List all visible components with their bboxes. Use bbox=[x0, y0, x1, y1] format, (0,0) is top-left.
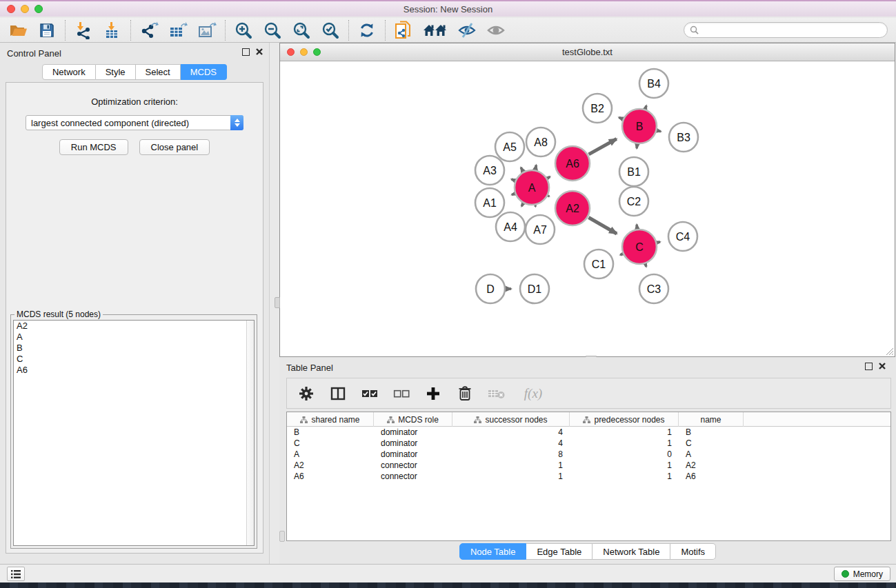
column-header-shared-name[interactable]: shared name bbox=[287, 412, 374, 427]
function-builder-button[interactable]: f(x) bbox=[519, 384, 548, 403]
search-field[interactable] bbox=[684, 22, 888, 38]
tab-node-table[interactable]: Node Table bbox=[459, 543, 527, 560]
panel-grip-handle[interactable] bbox=[279, 531, 285, 542]
show-all-button[interactable] bbox=[486, 21, 506, 40]
graph-edge-A-A8[interactable] bbox=[535, 165, 536, 169]
table-row[interactable]: A6connector11A6 bbox=[287, 471, 890, 482]
tab-edge-table[interactable]: Edge Table bbox=[526, 543, 593, 560]
graph-edge-B-B1[interactable] bbox=[637, 145, 637, 148]
graph-edge-A-A6[interactable] bbox=[548, 176, 550, 178]
show-columns-button[interactable] bbox=[328, 384, 348, 403]
column-header-mcds-role[interactable]: MCDS role bbox=[374, 412, 452, 427]
zoom-out-button[interactable] bbox=[263, 21, 282, 40]
table-cell[interactable]: B bbox=[679, 427, 744, 437]
graph-edge-A-A5[interactable] bbox=[521, 168, 523, 171]
network-canvas[interactable]: B4B2BB3A5A8A6B1A3AC2A1A2A4A7C4CC1C3DD1 bbox=[280, 62, 895, 356]
close-window-button[interactable] bbox=[7, 5, 15, 13]
table-cell[interactable]: 1 bbox=[570, 438, 679, 448]
table-cell[interactable]: 0 bbox=[570, 449, 679, 459]
graph-edge-C-C2[interactable] bbox=[637, 225, 637, 228]
import-network-button[interactable] bbox=[74, 21, 93, 40]
table-cell[interactable]: C bbox=[287, 438, 374, 448]
new-network-from-file-button[interactable] bbox=[394, 21, 413, 40]
mcds-result-item[interactable]: A2 bbox=[14, 321, 254, 332]
graph-edge-A-A3[interactable] bbox=[511, 179, 515, 181]
show-panel-list-button[interactable] bbox=[7, 567, 25, 581]
close-panel-button[interactable]: Close panel bbox=[139, 139, 210, 155]
tab-motifs[interactable]: Motifs bbox=[670, 543, 716, 560]
table-cell[interactable]: 4 bbox=[452, 427, 570, 437]
table-cell[interactable]: 4 bbox=[452, 438, 570, 448]
table-settings-button[interactable] bbox=[297, 384, 316, 403]
table-cell[interactable]: connector bbox=[374, 460, 452, 470]
search-input[interactable] bbox=[701, 26, 882, 35]
tab-style[interactable]: Style bbox=[96, 64, 136, 80]
table-cell[interactable]: dominator bbox=[374, 449, 452, 459]
minimize-window-button[interactable] bbox=[21, 5, 29, 13]
table-cell[interactable]: A bbox=[679, 449, 744, 459]
table-cell[interactable]: dominator bbox=[374, 438, 452, 448]
resize-grip-icon[interactable] bbox=[885, 347, 894, 356]
tab-mcds[interactable]: MCDS bbox=[181, 64, 227, 80]
graph-edge-B-B3[interactable] bbox=[657, 131, 661, 132]
zoom-in-button[interactable] bbox=[234, 21, 253, 40]
table-cell[interactable]: 1 bbox=[570, 427, 679, 437]
table-cell[interactable]: B bbox=[287, 427, 374, 437]
mcds-result-item[interactable]: A6 bbox=[14, 365, 254, 376]
export-network-button[interactable] bbox=[139, 21, 159, 40]
tab-network[interactable]: Network bbox=[42, 64, 96, 80]
zoom-fit-button[interactable] bbox=[292, 21, 311, 40]
mcds-result-list[interactable]: A2ABCA6 bbox=[13, 320, 255, 546]
tab-select[interactable]: Select bbox=[136, 64, 181, 80]
table-cell[interactable]: 1 bbox=[570, 460, 679, 470]
table-cell[interactable]: C bbox=[679, 438, 744, 448]
table-cell[interactable]: A2 bbox=[287, 460, 374, 470]
run-mcds-button[interactable]: Run MCDS bbox=[59, 139, 128, 155]
graph-edge-A-A4[interactable] bbox=[521, 204, 523, 206]
open-session-button[interactable] bbox=[8, 21, 28, 40]
graph-edge-C-C3[interactable] bbox=[646, 265, 646, 267]
delete-table-button[interactable] bbox=[487, 384, 506, 403]
node-table[interactable]: shared nameMCDS rolesuccessor nodesprede… bbox=[286, 412, 891, 541]
graph-edge-B-B4[interactable] bbox=[646, 105, 646, 108]
graph-edge-A-A1[interactable] bbox=[512, 194, 515, 194]
unselect-all-columns-button[interactable] bbox=[392, 384, 411, 403]
tab-network-table[interactable]: Network Table bbox=[593, 543, 670, 560]
refresh-button[interactable] bbox=[357, 21, 377, 40]
table-cell[interactable]: 8 bbox=[452, 449, 570, 459]
float-panel-icon[interactable] bbox=[242, 48, 250, 56]
float-panel-icon[interactable] bbox=[865, 363, 873, 370]
import-table-button[interactable] bbox=[103, 21, 122, 40]
table-cell[interactable]: A2 bbox=[679, 460, 744, 470]
graph-edge-B-B2[interactable] bbox=[619, 117, 622, 119]
hide-selected-button[interactable] bbox=[457, 21, 477, 40]
table-cell[interactable]: 1 bbox=[452, 460, 570, 470]
zoom-selected-button[interactable] bbox=[321, 21, 340, 40]
memory-button[interactable]: Memory bbox=[834, 567, 890, 581]
close-panel-icon[interactable] bbox=[255, 48, 263, 56]
graph-edge-A2-C[interactable] bbox=[588, 217, 617, 234]
table-cell[interactable]: dominator bbox=[374, 427, 452, 437]
panel-grip-handle[interactable] bbox=[275, 297, 280, 308]
first-neighbors-button[interactable] bbox=[423, 21, 448, 40]
network-close-button[interactable] bbox=[287, 48, 295, 56]
network-minimize-button[interactable] bbox=[300, 48, 308, 56]
graph-edge-C-C4[interactable] bbox=[657, 242, 660, 243]
export-image-button[interactable] bbox=[197, 21, 217, 40]
result-scrollbar[interactable] bbox=[246, 321, 254, 545]
table-cell[interactable]: connector bbox=[374, 472, 452, 481]
zoom-window-button[interactable] bbox=[34, 5, 43, 13]
mcds-result-item[interactable]: C bbox=[14, 354, 254, 365]
close-panel-icon[interactable] bbox=[878, 362, 886, 370]
mcds-result-item[interactable]: A bbox=[14, 332, 254, 343]
table-row[interactable]: A2connector11A2 bbox=[287, 460, 890, 471]
network-zoom-button[interactable] bbox=[313, 48, 321, 56]
column-header-successor-nodes[interactable]: successor nodes bbox=[452, 412, 570, 427]
criterion-select[interactable]: largest connected component (directed) bbox=[26, 115, 243, 130]
table-cell[interactable]: A bbox=[287, 449, 374, 459]
table-row[interactable]: Bdominator41B bbox=[287, 427, 890, 438]
delete-columns-button[interactable] bbox=[455, 384, 475, 403]
graph-edge-A6-B[interactable] bbox=[589, 139, 617, 154]
table-cell[interactable]: A6 bbox=[679, 472, 744, 481]
column-header-predecessor-nodes[interactable]: predecessor nodes bbox=[570, 412, 679, 427]
